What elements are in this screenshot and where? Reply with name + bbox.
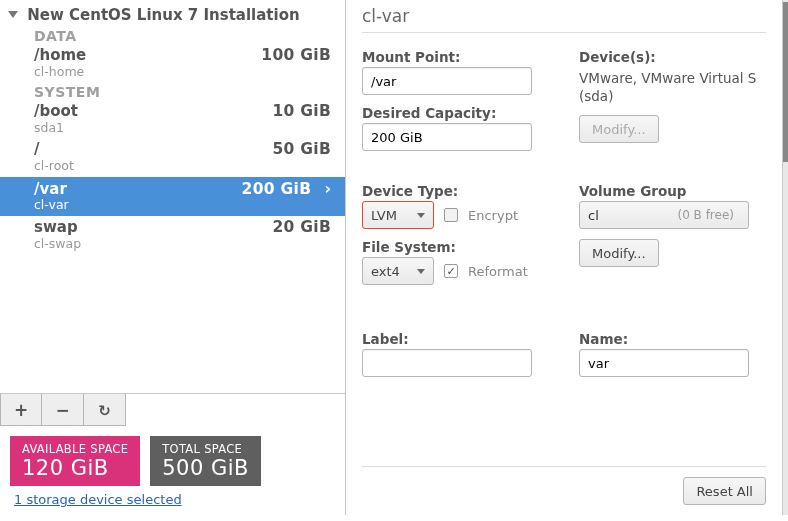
available-space-value: 120 GiB (22, 456, 128, 480)
partition-mount: / (34, 141, 39, 158)
partition-detail-panel: cl-var Mount Point: Desired Capacity: De… (346, 0, 782, 515)
add-partition-button[interactable]: + (0, 394, 42, 426)
file-system-select[interactable]: ext4 (362, 257, 434, 285)
partition-device: cl-var (34, 198, 331, 212)
partition-size: 200 GiB (242, 180, 312, 198)
installation-title: New CentOS Linux 7 Installation (27, 6, 299, 24)
devices-value: VMware, VMware Virtual S (sda) (579, 69, 766, 105)
partition-boot[interactable]: /boot 10 GiB sda1 (0, 100, 345, 138)
storage-devices-link[interactable]: 1 storage device selected (14, 492, 182, 507)
desired-capacity-label: Desired Capacity: (362, 105, 549, 121)
reload-button[interactable]: ↻ (84, 394, 126, 426)
partition-toolbar: + − ↻ (0, 393, 345, 426)
partition-size: 100 GiB (261, 47, 331, 65)
modify-vg-button[interactable]: Modify... (579, 239, 659, 267)
partition-swap[interactable]: swap 20 GiB cl-swap (0, 216, 345, 254)
modify-devices-button[interactable]: Modify... (579, 115, 659, 143)
remove-partition-button[interactable]: − (42, 394, 84, 426)
reformat-checkbox[interactable]: ✓ (444, 264, 458, 278)
partition-device: cl-home (34, 65, 331, 79)
reload-icon: ↻ (98, 402, 111, 420)
partition-size: 10 GiB (272, 103, 331, 121)
volume-group-select[interactable]: cl (0 B free) (579, 201, 749, 229)
partition-home[interactable]: /home 100 GiB cl-home (0, 44, 345, 82)
partition-var[interactable]: /var 200 GiB › cl-var (0, 177, 345, 216)
section-system: SYSTEM (0, 82, 345, 100)
name-label: Name: (579, 331, 766, 347)
total-space-box: TOTAL SPACE 500 GiB (150, 436, 261, 486)
mount-point-input[interactable] (362, 67, 532, 95)
file-system-label: File System: (362, 239, 549, 255)
scrollbar[interactable] (783, 0, 788, 515)
partition-mount: swap (34, 219, 78, 236)
device-type-label: Device Type: (362, 183, 549, 199)
encrypt-checkbox[interactable] (444, 208, 458, 222)
partition-device: cl-swap (34, 237, 331, 251)
file-system-value: ext4 (371, 264, 400, 279)
volume-group-label: Volume Group (579, 183, 766, 199)
devices-label: Device(s): (579, 49, 766, 65)
detail-title: cl-var (362, 6, 766, 33)
caret-down-icon (417, 269, 425, 274)
installation-header[interactable]: New CentOS Linux 7 Installation (0, 6, 345, 26)
partition-root[interactable]: / 50 GiB cl-root (0, 138, 345, 176)
scrollbar-thumb[interactable] (783, 2, 788, 162)
partition-mount: /var (34, 181, 67, 198)
total-space-value: 500 GiB (162, 456, 249, 480)
desired-capacity-input[interactable] (362, 123, 532, 151)
partition-mount: /home (34, 47, 86, 64)
partition-device: sda1 (34, 121, 331, 135)
reset-all-button[interactable]: Reset All (683, 477, 766, 505)
name-input[interactable] (579, 349, 749, 377)
partition-size: 50 GiB (272, 141, 331, 159)
total-space-label: TOTAL SPACE (162, 442, 249, 456)
label-input[interactable] (362, 349, 532, 377)
available-space-box: AVAILABLE SPACE 120 GiB (10, 436, 140, 486)
label-label: Label: (362, 331, 549, 347)
device-type-select[interactable]: LVM (362, 201, 434, 229)
section-data: DATA (0, 26, 345, 44)
available-space-label: AVAILABLE SPACE (22, 442, 128, 456)
chevron-right-icon: › (324, 180, 331, 198)
mount-point-label: Mount Point: (362, 49, 549, 65)
caret-down-icon (417, 213, 425, 218)
collapse-icon (8, 11, 18, 18)
volume-group-value: cl (588, 208, 599, 223)
volume-group-free: (0 B free) (677, 208, 734, 222)
partition-size: 20 GiB (272, 219, 331, 237)
partition-tree-panel: New CentOS Linux 7 Installation DATA /ho… (0, 0, 346, 515)
partition-mount: /boot (34, 103, 78, 120)
encrypt-label: Encrypt (468, 208, 518, 223)
device-type-value: LVM (371, 208, 397, 223)
reformat-label: Reformat (468, 264, 528, 279)
partition-device: cl-root (34, 159, 331, 173)
